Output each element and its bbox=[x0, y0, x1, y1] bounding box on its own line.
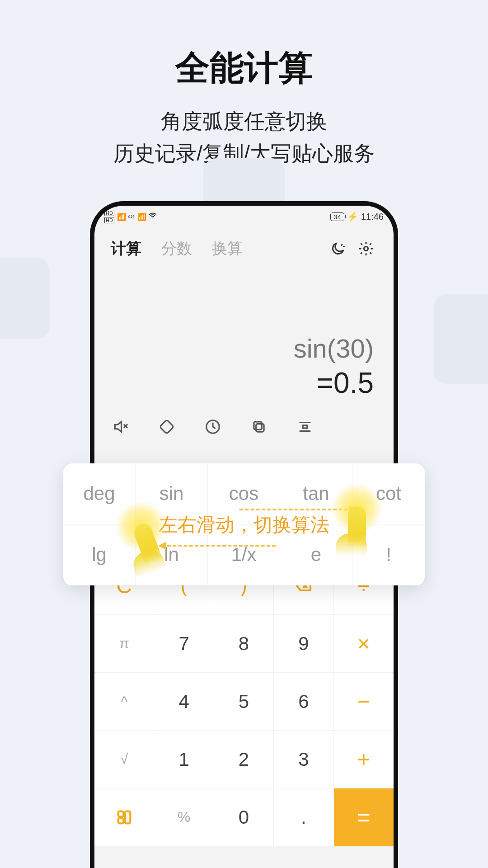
sci-ln[interactable]: ln bbox=[136, 524, 208, 585]
key-equals[interactable]: = bbox=[334, 788, 394, 846]
key-1[interactable]: 1 bbox=[154, 730, 214, 788]
key-9[interactable]: 9 bbox=[274, 614, 333, 672]
svg-rect-3 bbox=[256, 424, 264, 432]
svg-rect-7 bbox=[125, 811, 130, 823]
key-6[interactable]: 6 bbox=[274, 672, 333, 730]
signal-icon: 📶 bbox=[137, 212, 145, 221]
svg-rect-1 bbox=[160, 420, 174, 434]
key-minus[interactable]: − bbox=[334, 672, 394, 730]
key-8[interactable]: 8 bbox=[214, 614, 274, 672]
key-0[interactable]: 0 bbox=[214, 788, 274, 846]
hd-badge: HD bbox=[104, 210, 114, 216]
sci-lg[interactable]: lg bbox=[63, 524, 136, 585]
display: sin(30) =0.5 bbox=[94, 270, 394, 404]
utility-row bbox=[94, 404, 394, 446]
key-sqrt[interactable]: √ bbox=[94, 730, 154, 788]
key-7[interactable]: 7 bbox=[154, 614, 214, 672]
night-mode-icon[interactable] bbox=[327, 237, 349, 260]
history-icon[interactable] bbox=[203, 417, 223, 437]
key-switch[interactable] bbox=[94, 788, 154, 846]
svg-rect-6 bbox=[118, 818, 123, 823]
settings-icon[interactable] bbox=[355, 237, 377, 260]
display-expression: sin(30) bbox=[114, 333, 374, 363]
mute-icon[interactable] bbox=[111, 417, 131, 437]
key-percent[interactable]: % bbox=[154, 788, 214, 846]
display-result: =0.5 bbox=[114, 366, 374, 400]
sci-e[interactable]: e bbox=[280, 524, 352, 585]
key-pi[interactable]: π bbox=[94, 614, 154, 672]
swipe-arrow-left-icon bbox=[167, 545, 276, 547]
sci-inv[interactable]: 1/x bbox=[208, 524, 280, 585]
tab-calculate[interactable]: 计算 bbox=[111, 238, 141, 259]
page-title: 全能计算 bbox=[0, 45, 488, 92]
hd-badge: HD bbox=[104, 217, 114, 223]
battery-indicator: 34 bbox=[330, 212, 344, 221]
wifi-icon bbox=[148, 211, 157, 222]
swipe-arrow-right-icon bbox=[239, 509, 348, 510]
tabs: 计算 分数 换算 bbox=[94, 227, 394, 270]
charging-icon: ⚡ bbox=[347, 211, 358, 222]
copy-icon[interactable] bbox=[249, 417, 269, 437]
svg-rect-4 bbox=[254, 422, 262, 429]
sci-sin[interactable]: sin bbox=[136, 463, 208, 524]
key-power[interactable]: ^ bbox=[94, 672, 154, 730]
uppercase-icon[interactable] bbox=[295, 417, 315, 437]
status-bar: HD HD 📶 4G 📶 34 ⚡ 11:46 bbox=[94, 206, 394, 227]
key-dot[interactable]: . bbox=[274, 788, 333, 846]
key-4[interactable]: 4 bbox=[154, 672, 214, 730]
tab-convert[interactable]: 换算 bbox=[212, 238, 243, 259]
tab-fraction[interactable]: 分数 bbox=[161, 238, 192, 259]
signal-icon: 📶 bbox=[117, 212, 125, 221]
key-plus[interactable]: + bbox=[334, 730, 394, 788]
key-3[interactable]: 3 bbox=[274, 730, 333, 788]
sci-cos[interactable]: cos bbox=[208, 463, 280, 524]
key-5[interactable]: 5 bbox=[214, 672, 274, 730]
key-2[interactable]: 2 bbox=[214, 730, 274, 788]
sci-fact[interactable]: ! bbox=[352, 524, 425, 585]
svg-rect-5 bbox=[118, 811, 123, 816]
subtitle-line-1: 角度弧度任意切换 bbox=[0, 105, 488, 137]
status-time: 11:46 bbox=[361, 212, 384, 222]
rotate-icon[interactable] bbox=[157, 417, 177, 437]
sci-tan[interactable]: tan bbox=[280, 463, 352, 524]
sci-deg[interactable]: deg bbox=[63, 463, 136, 524]
svg-point-0 bbox=[364, 247, 368, 251]
keypad: C ( ) ÷ π 7 8 9 × ^ 4 5 6 − √ 1 2 3 + bbox=[94, 557, 394, 846]
scientific-panel: deg sin cos tan cot lg ln 1/x e ! 左右滑动，切… bbox=[63, 463, 425, 585]
key-multiply[interactable]: × bbox=[334, 614, 394, 672]
sci-cot[interactable]: cot bbox=[352, 463, 425, 524]
